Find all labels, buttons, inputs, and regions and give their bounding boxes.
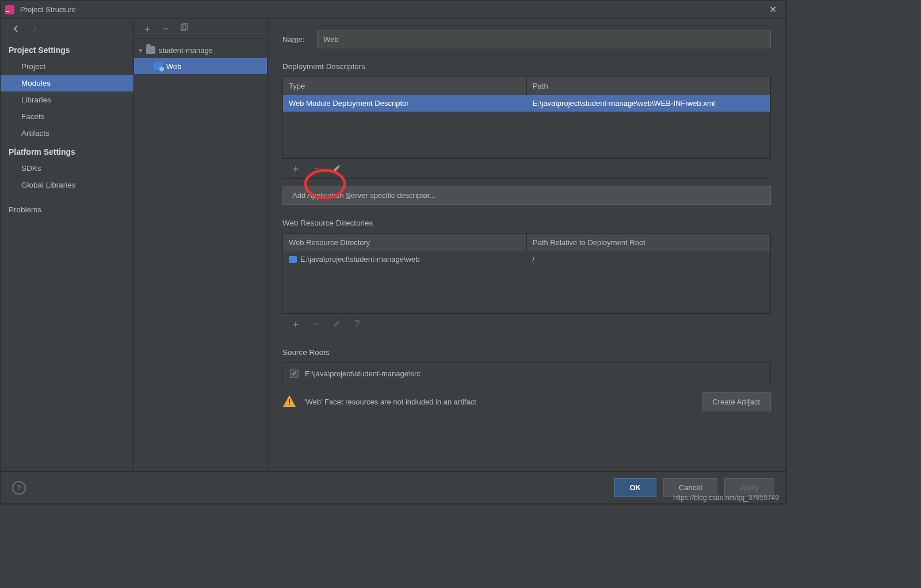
nav-modules[interactable]: Modules — [1, 75, 133, 91]
svg-rect-1 — [6, 11, 9, 12]
source-root-row[interactable]: ✓ E:\java\project\student-manage\src — [290, 369, 763, 378]
wr-remove-icon[interactable]: − — [314, 319, 320, 329]
name-input[interactable] — [317, 30, 771, 48]
warning-icon — [282, 394, 296, 410]
svg-rect-0 — [5, 5, 14, 14]
deploy-add-icon[interactable]: ＋ — [291, 163, 301, 174]
name-label: Name: — [282, 35, 317, 44]
nav-forward-icon — [29, 24, 40, 36]
deploy-row-selected[interactable]: Web Module Deployment Descriptor E:\java… — [283, 95, 770, 112]
deploy-toolbar: ＋ − — [282, 158, 771, 179]
tree-root-module[interactable]: ▾ student-manage — [134, 42, 267, 58]
wr-th-rel: Path Relative to Deployment Root — [527, 234, 770, 251]
deploy-th-type: Type — [283, 77, 527, 95]
left-nav: Project Settings Project Modules Librari… — [1, 19, 134, 471]
wr-th-dir: Web Resource Directory — [283, 234, 527, 251]
nav-facets[interactable]: Facets — [1, 108, 133, 125]
project-structure-dialog: Project Structure ✕ Project Settings Pro… — [0, 0, 786, 504]
main-content: Name: Deployment Descriptors Type Path W… — [267, 19, 786, 471]
wr-add-icon[interactable]: ＋ — [291, 319, 301, 329]
watermark-text: https://blog.csdn.net/qq_37855749 — [673, 494, 779, 502]
nav-sdks[interactable]: SDKs — [1, 160, 133, 177]
deploy-th-path: Path — [527, 77, 770, 95]
svg-rect-5 — [289, 404, 290, 405]
deploy-row-path: E:\java\project\student-manage\web\WEB-I… — [527, 95, 771, 112]
add-module-icon[interactable]: ＋ — [142, 24, 152, 33]
wr-row[interactable]: E:\java\project\student-manage\web / — [283, 251, 770, 267]
section-platform-settings: Platform Settings — [1, 142, 133, 160]
nav-back-icon[interactable] — [11, 24, 21, 36]
create-artifact-button[interactable]: Create Artifact — [702, 392, 771, 411]
close-icon[interactable]: ✕ — [765, 3, 781, 16]
web-resource-table: Web Resource Directory Path Relative to … — [282, 233, 771, 314]
web-folder-icon — [289, 256, 297, 263]
wr-toolbar: ＋ − ? — [282, 314, 771, 334]
add-app-server-descriptor-button[interactable]: Add Application Server specific descript… — [282, 186, 771, 205]
module-tree-panel: ＋ − ▾ student-manage Web — [134, 19, 267, 471]
copy-module-icon[interactable] — [179, 23, 189, 34]
web-facet-icon — [154, 62, 163, 70]
nav-global-libraries[interactable]: Global Libraries — [1, 177, 133, 193]
dialog-title: Project Structure — [20, 5, 765, 14]
nav-problems[interactable]: Problems — [1, 201, 133, 218]
nav-artifacts[interactable]: Artifacts — [1, 125, 133, 142]
web-resource-dirs-title: Web Resource Directories — [267, 205, 786, 233]
deploy-row-type: Web Module Deployment Descriptor — [283, 95, 527, 112]
dialog-footer: ? OK Cancel Apply — [1, 471, 786, 503]
svg-rect-4 — [289, 399, 290, 403]
nav-project[interactable]: Project — [1, 58, 133, 75]
deploy-edit-icon[interactable] — [333, 163, 342, 174]
checkbox-checked-icon[interactable]: ✓ — [290, 369, 299, 378]
folder-icon — [146, 46, 155, 54]
tree-root-label: student-manage — [159, 46, 213, 55]
intellij-icon — [5, 5, 14, 14]
help-icon[interactable]: ? — [12, 481, 26, 495]
source-roots-panel: ✓ E:\java\project\student-manage\src — [282, 362, 771, 384]
deployment-table: Type Path Web Module Deployment Descript… — [282, 77, 771, 158]
warning-text: 'Web' Facet resources are not included i… — [304, 398, 476, 406]
deployment-descriptors-title: Deployment Descriptors — [267, 48, 786, 77]
wr-dir: E:\java\project\student-manage\web — [300, 255, 419, 264]
wr-edit-icon[interactable] — [333, 319, 342, 330]
wr-help-icon[interactable]: ? — [354, 319, 360, 329]
section-project-settings: Project Settings — [1, 40, 133, 58]
ok-button[interactable]: OK — [614, 478, 657, 497]
titlebar: Project Structure ✕ — [1, 1, 786, 19]
deploy-remove-icon[interactable]: − — [314, 163, 320, 174]
source-roots-title: Source Roots — [267, 334, 786, 362]
tree-web-label: Web — [166, 62, 182, 71]
nav-libraries[interactable]: Libraries — [1, 91, 133, 108]
tree-web-facet[interactable]: Web — [134, 58, 267, 74]
remove-module-icon[interactable]: − — [163, 24, 169, 33]
source-root-path: E:\java\project\student-manage\src — [305, 369, 421, 378]
wr-rel: / — [527, 251, 771, 267]
